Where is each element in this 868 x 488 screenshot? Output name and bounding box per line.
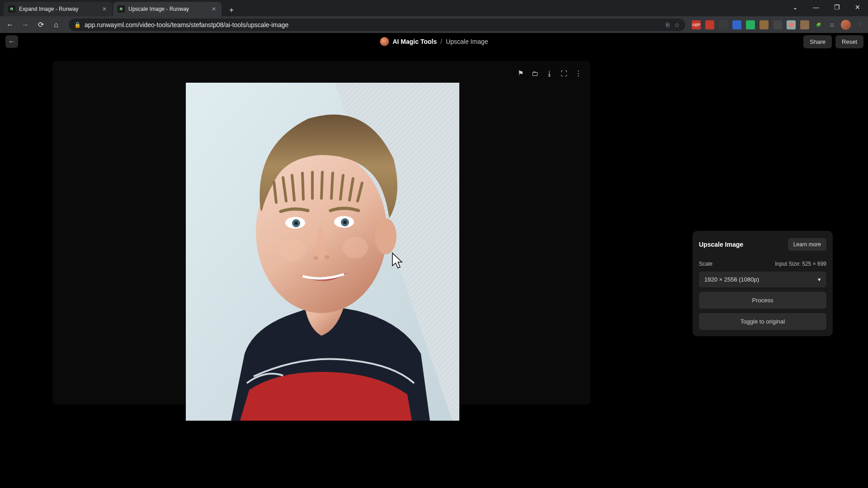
extensions-icon[interactable]: 🧩 xyxy=(814,20,823,29)
favicon: R xyxy=(8,5,15,13)
input-size-label: Input Size: 525 × 699 xyxy=(775,261,826,267)
canvas-toolbar: ⚑ 🗀 ⭳ ⛶ ⋮ xyxy=(516,69,582,77)
tab-strip: R Expand Image - Runway ✕ R Upscale Imag… xyxy=(0,0,868,16)
sidepanel-icon[interactable]: ◫ xyxy=(827,20,836,29)
mouse-cursor xyxy=(391,252,406,272)
ext-icon-4[interactable] xyxy=(732,20,741,29)
preview-image xyxy=(186,83,459,421)
breadcrumb-root[interactable]: AI Magic Tools xyxy=(392,38,437,45)
url-text: app.runwayml.com/video-tools/teams/stefa… xyxy=(85,21,288,28)
breadcrumb: AI Magic Tools / Upscale Image xyxy=(380,37,488,46)
tab-title: Expand Image - Runway xyxy=(19,6,98,12)
breadcrumb-page: Upscale Image xyxy=(446,38,488,45)
process-button[interactable]: Process xyxy=(699,292,826,309)
window-controls: ⌄ — ❐ ✕ xyxy=(785,0,868,14)
profile-avatar[interactable] xyxy=(841,20,851,30)
ext-icon-2[interactable] xyxy=(705,20,714,29)
svg-point-11 xyxy=(343,221,347,224)
svg-point-13 xyxy=(324,255,330,259)
bookmark-icon[interactable]: ☆ xyxy=(674,21,680,28)
home-icon[interactable]: ⌂ xyxy=(50,19,62,31)
app-back-button[interactable]: ← xyxy=(5,35,18,48)
extensions: ABP 🧩 ◫ ⋮ xyxy=(692,20,864,30)
app-viewport: ← AI Magic Tools / Upscale Image Share R… xyxy=(0,33,868,488)
lock-icon: 🔒 xyxy=(74,22,81,28)
forward-icon[interactable]: → xyxy=(19,19,32,31)
scale-label: Scale xyxy=(699,261,712,267)
favicon: R xyxy=(118,5,125,13)
ext-icon-6[interactable] xyxy=(760,20,769,29)
folder-icon[interactable]: 🗀 xyxy=(531,69,539,77)
svg-point-15 xyxy=(343,237,368,258)
ext-icon-3[interactable] xyxy=(719,20,728,29)
breadcrumb-separator: / xyxy=(440,38,442,45)
app-header: ← AI Magic Tools / Upscale Image Share R… xyxy=(0,33,868,50)
fullscreen-icon[interactable]: ⛶ xyxy=(560,69,568,77)
tab-close-icon[interactable]: ✕ xyxy=(101,6,108,12)
menu-icon[interactable]: ⋮ xyxy=(855,20,864,29)
settings-panel: Upscale Image Learn more Scale Input Siz… xyxy=(693,231,833,336)
tab-expand-image[interactable]: R Expand Image - Runway ✕ xyxy=(4,2,112,16)
ext-icon-1[interactable]: ABP xyxy=(692,20,701,29)
reset-button[interactable]: Reset xyxy=(835,35,863,48)
browser-chrome: R Expand Image - Runway ✕ R Upscale Imag… xyxy=(0,0,868,33)
svg-point-8 xyxy=(294,221,298,225)
maximize-icon[interactable]: ❐ xyxy=(826,0,847,14)
canvas: ⚑ 🗀 ⭳ ⛶ ⋮ xyxy=(52,61,590,404)
browser-toolbar: ← → ⟳ ⌂ 🔒 app.runwayml.com/video-tools/t… xyxy=(0,16,868,33)
scale-select[interactable]: 1920 × 2556 (1080p) ▾ xyxy=(699,272,826,287)
app-logo-icon xyxy=(380,37,389,46)
download-icon[interactable]: ⭳ xyxy=(545,69,553,77)
tab-close-icon[interactable]: ✕ xyxy=(211,6,217,12)
ext-icon-9[interactable] xyxy=(800,20,809,29)
new-tab-button[interactable]: ＋ xyxy=(225,4,238,16)
ext-icon-8[interactable] xyxy=(787,20,796,29)
tab-upscale-image[interactable]: R Upscale Image - Runway ✕ xyxy=(113,2,222,16)
svg-point-12 xyxy=(313,256,319,260)
toggle-original-button[interactable]: Toggle to original xyxy=(699,313,826,330)
share-button[interactable]: Share xyxy=(803,35,832,48)
dropdown-icon[interactable]: ⌄ xyxy=(785,0,806,14)
select-value: 1920 × 2556 (1080p) xyxy=(704,276,759,283)
address-bar[interactable]: 🔒 app.runwayml.com/video-tools/teams/ste… xyxy=(69,19,685,31)
reload-icon[interactable]: ⟳ xyxy=(34,19,47,31)
flag-icon[interactable]: ⚑ xyxy=(516,69,524,77)
tab-title: Upscale Image - Runway xyxy=(128,6,207,12)
svg-point-14 xyxy=(278,239,306,261)
panel-title: Upscale Image xyxy=(699,241,743,248)
ext-icon-7[interactable] xyxy=(773,20,782,29)
back-icon[interactable]: ← xyxy=(4,19,16,31)
install-icon[interactable]: ⎘ xyxy=(666,21,670,28)
svg-point-5 xyxy=(375,218,396,254)
ext-icon-5[interactable] xyxy=(746,20,755,29)
minimize-icon[interactable]: — xyxy=(806,0,826,14)
learn-more-button[interactable]: Learn more xyxy=(788,238,826,251)
chevron-down-icon: ▾ xyxy=(818,276,821,283)
close-window-icon[interactable]: ✕ xyxy=(847,0,868,14)
more-icon[interactable]: ⋮ xyxy=(574,69,582,77)
